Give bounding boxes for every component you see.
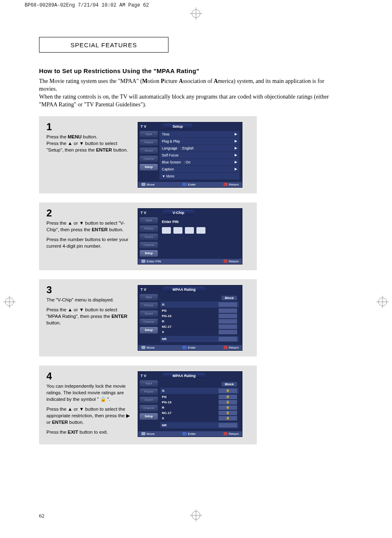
intro-paragraph: The Movie rating system uses the "MPAA" … (39, 78, 343, 109)
tv-label: T V (141, 374, 146, 378)
tv-sidebar: InputPictureSoundChannelSetup (138, 379, 159, 431)
tv-ui-vchip: T V V-Chip InputPictureSoundChannelSetup… (138, 208, 242, 264)
block-header: Block (221, 382, 237, 386)
rating-cell[interactable] (219, 337, 237, 341)
setup-row[interactable]: Language : English▶ (159, 145, 240, 152)
rating-row[interactable]: PG-13🔒 (160, 400, 239, 405)
sidebar-item-channel[interactable]: Channel (140, 405, 158, 412)
pin-box[interactable] (162, 227, 171, 234)
sidebar-item-setup[interactable]: Setup (140, 250, 158, 257)
sidebar-item-channel[interactable]: Channel (140, 156, 158, 162)
sidebar-item-sound[interactable]: Sound (140, 397, 158, 403)
tv-title: MPAA Rating (163, 287, 205, 292)
numpad-icon (141, 260, 145, 263)
footer-move: Move (141, 432, 155, 436)
rating-cell[interactable] (219, 423, 237, 428)
setup-row[interactable]: Blue Screen : On▶ (159, 159, 240, 166)
tv-label: T V (141, 211, 146, 215)
rating-nr: NR (162, 337, 178, 341)
sidebar-item-input[interactable]: Input (140, 217, 158, 224)
step-2: 2 Press the ▲ or ▼ button to select "V-C… (39, 202, 257, 270)
return-icon (224, 260, 228, 263)
sidebar-item-picture[interactable]: Picture (140, 225, 158, 232)
tv-title: V-Chip (163, 210, 194, 216)
tv-ui-mpaa-locked: T V MPAA Rating InputPictureSoundChannel… (138, 371, 242, 437)
tv-main-panel: Block G🔒PG🔒PG-13🔒R🔒NC-17🔒X🔒 NR (159, 379, 242, 431)
updown-icon (141, 183, 145, 186)
rating-row[interactable]: PG-13 (160, 313, 239, 319)
rating-nr: NR (162, 423, 178, 427)
rating-row[interactable]: G (160, 301, 239, 308)
tv-sidebar: InputPictureSoundChannelSetup (138, 216, 159, 258)
updown-icon (141, 346, 145, 349)
step-number: 1 (46, 122, 133, 132)
page-number: 62 (39, 513, 44, 519)
step-2-text: Press the ▲ or ▼ button to select "V-Chi… (46, 220, 133, 249)
tv-ui-setup: T V Setup InputPictureSoundChannelSetup … (138, 122, 242, 188)
tv-label: T V (141, 287, 146, 292)
tv-sidebar: InputPictureSoundChannelSetup (138, 129, 159, 182)
step-1-text: Press the MENU button.Press the ▲ or ▼ b… (46, 133, 133, 153)
tv-title: MPAA Rating (163, 373, 205, 379)
sidebar-item-input[interactable]: Input (140, 294, 158, 301)
rating-row[interactable]: G🔒 (160, 388, 239, 394)
footer-enterpin: Enter PIN (141, 260, 161, 263)
rating-row[interactable]: NC-17🔒 (160, 410, 239, 416)
pin-box[interactable] (173, 227, 182, 234)
tv-ui-mpaa: T V MPAA Rating InputPictureSoundChannel… (138, 285, 242, 351)
sidebar-item-setup[interactable]: Setup (140, 164, 158, 170)
tv-main-panel: Time▶Plug & Play▶Language : English▶Self… (159, 129, 242, 182)
pin-row (159, 224, 240, 237)
rating-row[interactable]: R (160, 319, 239, 324)
rating-row[interactable]: PG (160, 308, 239, 313)
step-4-text: You can independently lock the movie rat… (46, 383, 133, 436)
sidebar-item-channel[interactable]: Channel (140, 319, 158, 325)
step-4: 4 You can independently lock the movie r… (39, 366, 257, 445)
setup-row[interactable]: Self Focus▶ (159, 152, 240, 159)
page-content: SPECIAL FEATURES How to Set up Restricti… (0, 0, 392, 538)
tv-sidebar: InputPictureSoundChannelSetup (138, 292, 159, 345)
step-3: 3 The "V-Chip" menu is displayed. Press … (39, 279, 257, 356)
sidebar-item-channel[interactable]: Channel (140, 242, 158, 248)
sidebar-item-picture[interactable]: Picture (140, 139, 158, 146)
setup-row[interactable]: Plug & Play▶ (159, 138, 240, 145)
tv-label: T V (141, 124, 146, 129)
return-icon (224, 346, 228, 349)
rating-row[interactable]: X🔒 (160, 416, 239, 421)
tv-title: Setup (163, 124, 193, 129)
sidebar-item-input[interactable]: Input (140, 131, 158, 138)
pin-box[interactable] (185, 227, 194, 234)
footer-return: Return (224, 260, 239, 263)
sidebar-item-setup[interactable]: Setup (140, 327, 158, 333)
rating-row[interactable]: R🔒 (160, 405, 239, 410)
sidebar-item-sound[interactable]: Sound (140, 147, 158, 154)
return-icon (224, 183, 228, 186)
pin-box[interactable] (196, 227, 205, 234)
return-icon (224, 432, 228, 435)
sidebar-item-sound[interactable]: Sound (140, 310, 158, 317)
sidebar-item-setup[interactable]: Setup (140, 413, 158, 420)
sidebar-item-input[interactable]: Input (140, 380, 158, 387)
sidebar-item-picture[interactable]: Picture (140, 302, 158, 309)
footer-return: Return (224, 183, 239, 186)
rating-row[interactable]: X (160, 329, 239, 335)
setup-row[interactable]: Time▶ (159, 131, 240, 138)
setup-row[interactable]: Caption▶ (159, 166, 240, 172)
step-number: 4 (46, 371, 133, 381)
steps-container: 1 Press the MENU button.Press the ▲ or ▼… (39, 116, 257, 445)
footer-return: Return (224, 432, 239, 436)
setup-row[interactable]: ▼ More (159, 173, 240, 179)
sidebar-item-sound[interactable]: Sound (140, 234, 158, 240)
rating-row[interactable]: PG🔒 (160, 394, 239, 400)
tv-main-panel: Block GPGPG-13RNC-17X NR (159, 292, 242, 345)
footer-return: Return (224, 346, 239, 349)
tv-main-panel: Enter PIN (159, 216, 242, 258)
step-number: 3 (46, 285, 133, 295)
enter-icon (182, 183, 187, 186)
sidebar-item-picture[interactable]: Picture (140, 389, 158, 395)
rating-row[interactable]: NC-17 (160, 324, 239, 329)
footer-move: Move (141, 183, 155, 186)
footer-move: Move (141, 346, 155, 349)
enter-pin-label: Enter PIN (159, 217, 240, 224)
enter-icon (182, 432, 187, 435)
